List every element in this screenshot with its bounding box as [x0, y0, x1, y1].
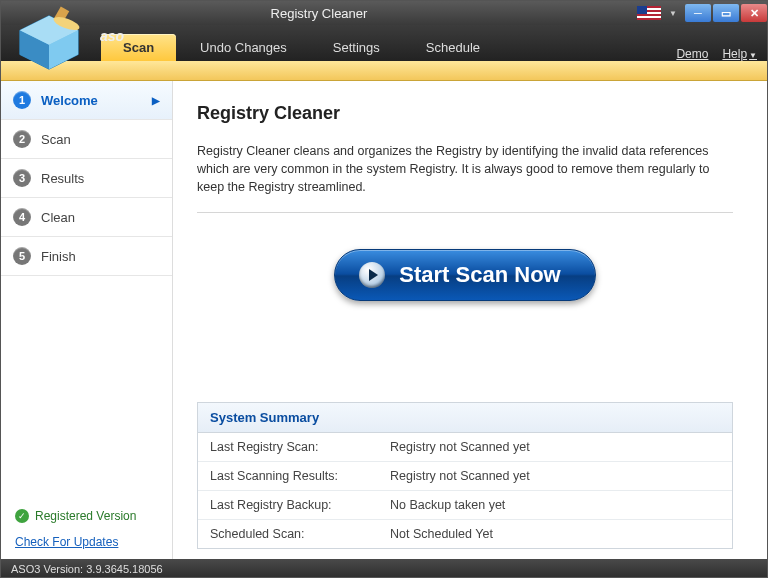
maximize-button[interactable]: ▭	[713, 4, 739, 22]
chevron-down-icon: ▼	[749, 51, 757, 60]
summary-row: Scheduled Scan:Not Scheduled Yet	[198, 520, 732, 548]
status-version: ASO3 Version: 3.9.3645.18056	[11, 563, 163, 575]
system-summary-panel: System Summary Last Registry Scan:Regist…	[197, 402, 733, 549]
step-number-icon: 1	[13, 91, 31, 109]
check-circle-icon: ✓	[15, 509, 29, 523]
sidebar-step-scan[interactable]: 2 Scan	[1, 120, 172, 159]
sidebar-step-results[interactable]: 3 Results	[1, 159, 172, 198]
sidebar-step-clean[interactable]: 4 Clean	[1, 198, 172, 237]
sidebar-step-finish[interactable]: 5 Finish	[1, 237, 172, 276]
step-label: Scan	[41, 132, 71, 147]
demo-link[interactable]: Demo	[676, 47, 708, 61]
brand-label: aso	[100, 28, 124, 44]
summary-row: Last Registry Backup:No Backup taken yet	[198, 491, 732, 520]
locale-flag-icon[interactable]	[637, 6, 661, 20]
page-title: Registry Cleaner	[197, 103, 733, 124]
step-number-icon: 2	[13, 130, 31, 148]
chevron-right-icon: ▶	[152, 95, 160, 106]
step-number-icon: 3	[13, 169, 31, 187]
check-for-updates-link[interactable]: Check For Updates	[15, 535, 158, 549]
tab-undo-changes[interactable]: Undo Changes	[178, 34, 309, 61]
tab-schedule[interactable]: Schedule	[404, 34, 502, 61]
registered-version-label: ✓ Registered Version	[15, 509, 158, 523]
locale-dropdown-icon[interactable]: ▼	[669, 9, 679, 18]
step-label: Clean	[41, 210, 75, 225]
play-icon	[359, 262, 385, 288]
help-link[interactable]: Help▼	[722, 47, 757, 61]
divider	[197, 212, 733, 213]
start-scan-button[interactable]: Start Scan Now	[334, 249, 595, 301]
step-label: Welcome	[41, 93, 98, 108]
app-logo-icon	[10, 6, 88, 74]
summary-row: Last Registry Scan:Registry not Scanned …	[198, 433, 732, 462]
toolbar-stripe	[1, 61, 767, 81]
summary-row: Last Scanning Results:Registry not Scann…	[198, 462, 732, 491]
close-button[interactable]: ✕	[741, 4, 767, 22]
summary-heading: System Summary	[198, 403, 732, 433]
step-number-icon: 4	[13, 208, 31, 226]
step-label: Finish	[41, 249, 76, 264]
page-description: Registry Cleaner cleans and organizes th…	[197, 142, 733, 196]
step-label: Results	[41, 171, 84, 186]
sidebar-step-welcome[interactable]: 1 Welcome ▶	[1, 81, 172, 120]
wizard-sidebar: 1 Welcome ▶ 2 Scan 3 Results 4 Clean 5 F…	[1, 81, 173, 559]
tab-settings[interactable]: Settings	[311, 34, 402, 61]
window-title: Registry Cleaner	[1, 6, 637, 21]
step-number-icon: 5	[13, 247, 31, 265]
minimize-button[interactable]: ─	[685, 4, 711, 22]
